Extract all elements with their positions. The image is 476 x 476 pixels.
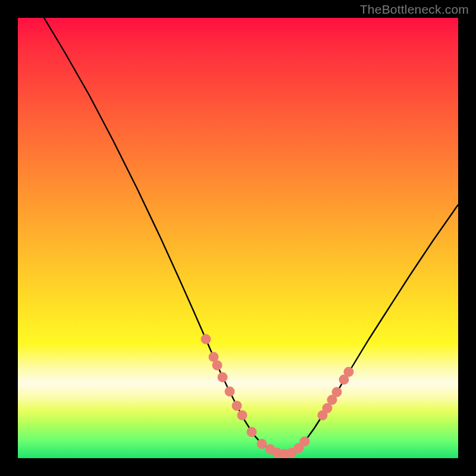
curve-dot: [300, 437, 310, 447]
watermark-text: TheBottleneck.com: [360, 2, 469, 17]
plot-area: [18, 18, 458, 458]
curve-dot: [332, 387, 342, 397]
curve-dot: [257, 439, 267, 449]
curve-dot: [237, 411, 248, 421]
curve-dot: [247, 427, 257, 437]
curve-dot: [225, 387, 235, 397]
curve-dot: [212, 361, 223, 371]
curve-dot: [218, 372, 228, 383]
curve-dots: [201, 334, 354, 459]
curve-dot: [344, 367, 354, 377]
bottleneck-curve: [44, 18, 458, 454]
chart-frame: TheBottleneck.com: [0, 0, 476, 476]
curve-svg: [18, 18, 458, 458]
curve-dot: [201, 334, 211, 345]
curve-dot: [232, 401, 242, 411]
